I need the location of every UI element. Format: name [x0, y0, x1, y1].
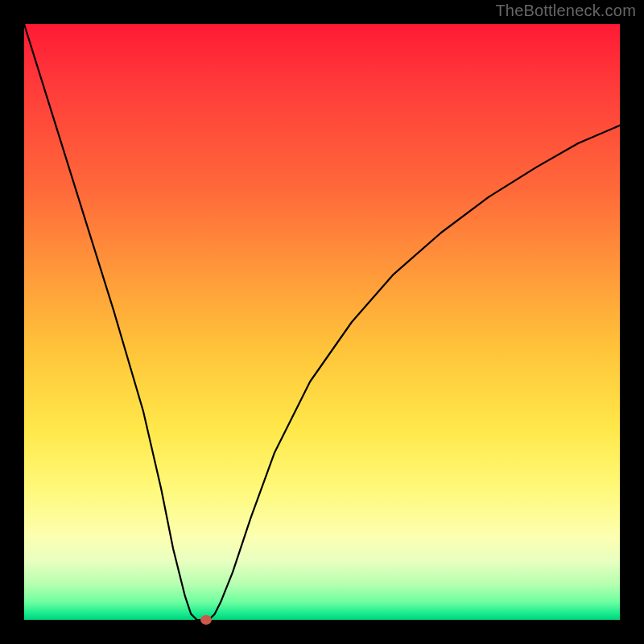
- watermark-text: TheBottleneck.com: [495, 2, 636, 20]
- minimum-marker: [200, 615, 212, 625]
- curve-svg: [24, 24, 620, 620]
- bottleneck-curve: [24, 24, 620, 620]
- chart-frame: TheBottleneck.com: [0, 0, 644, 644]
- plot-area: [24, 24, 620, 620]
